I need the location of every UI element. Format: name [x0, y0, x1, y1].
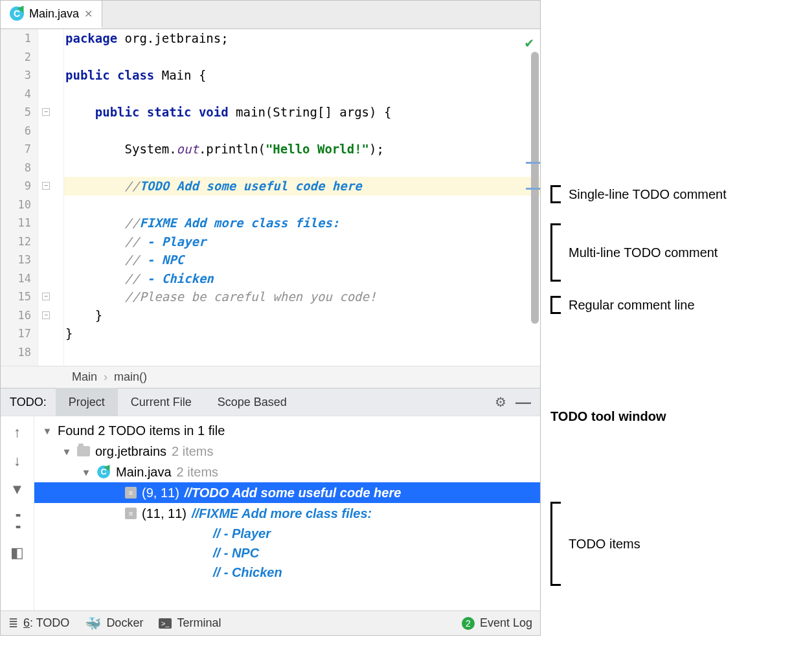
todo-tab-project[interactable]: Project — [56, 388, 118, 416]
code-line[interactable] — [64, 122, 540, 140]
breadcrumb-item[interactable]: main() — [114, 370, 147, 384]
group-icon[interactable]: ▪▪▪▪ — [16, 510, 19, 533]
java-class-icon: C — [10, 6, 24, 21]
todo-tree[interactable]: ▼ Found 2 TODO items in 1 file ▼ org.jet… — [34, 416, 540, 610]
preview-icon[interactable]: ◧ — [10, 544, 24, 561]
todo-package-row[interactable]: ▼ org.jetbrains 2 items — [34, 441, 540, 462]
tab-filename: Main.java — [29, 7, 79, 21]
close-icon[interactable]: ✕ — [84, 8, 93, 20]
event-log-button[interactable]: 2 Event Log — [462, 616, 532, 630]
line-number: 8 — [1, 159, 31, 177]
todo-tab-scope[interactable]: Scope Based — [205, 388, 300, 416]
minimize-icon[interactable]: — — [515, 393, 531, 411]
chevron-down-icon[interactable]: ▼ — [81, 467, 91, 478]
todo-toolbar: ↑ ↓ ▼ ▪▪▪▪ ◧ — [1, 416, 34, 610]
line-icon: ≡ — [125, 487, 137, 498]
line-number-gutter: 123456789101112131415161718 — [1, 29, 38, 366]
terminal-icon: >_ — [159, 618, 172, 629]
line-number: 7 — [1, 140, 31, 159]
fold-toggle-icon[interactable]: − — [42, 182, 50, 190]
line-number: 18 — [1, 343, 31, 362]
todo-item-extra: // - Player — [34, 524, 540, 543]
code-line[interactable] — [64, 48, 540, 67]
todo-item-extra: // - Chicken — [34, 563, 540, 582]
code-line[interactable]: //FIXME Add more class files: — [64, 214, 540, 232]
todo-item-row[interactable]: ≡ (11, 11) //FIXME Add more class files: — [34, 503, 540, 524]
line-number: 3 — [1, 66, 31, 85]
filter-icon[interactable]: ▼ — [10, 481, 25, 498]
code-area[interactable]: ✔ package org.jetbrains;public class Mai… — [64, 29, 540, 366]
list-icon: ≣ — [8, 616, 18, 631]
todo-coord: (9, 11) — [142, 486, 179, 500]
code-line[interactable]: public static void main(String[] args) { — [64, 103, 540, 122]
arrow-down-icon[interactable]: ↓ — [14, 453, 21, 469]
fold-toggle-icon[interactable]: − — [42, 293, 50, 300]
line-number: 6 — [1, 122, 31, 140]
todo-coord: (11, 11) — [142, 506, 187, 521]
code-line[interactable] — [64, 85, 540, 104]
todo-item-row[interactable]: ≡ (9, 11) //TODO Add some useful code he… — [34, 482, 540, 503]
code-line[interactable] — [64, 343, 540, 362]
notification-badge: 2 — [462, 617, 475, 630]
todo-text: //TODO Add some useful code here — [185, 486, 402, 500]
toolwindow-terminal-button[interactable]: >_ Terminal — [159, 616, 221, 630]
todo-marker[interactable] — [526, 188, 540, 190]
code-line[interactable]: //Please be careful when you code! — [64, 287, 540, 306]
code-line[interactable] — [64, 159, 540, 177]
code-line[interactable]: // - NPC — [64, 251, 540, 269]
line-number: 10 — [1, 196, 31, 214]
toolwindow-docker-button[interactable]: 🐳 Docker — [85, 616, 143, 631]
fold-toggle-icon[interactable]: − — [42, 311, 50, 319]
todo-text: //FIXME Add more class files: — [192, 506, 372, 521]
docker-icon: 🐳 — [85, 616, 101, 631]
annotation-label: Single-line TODO comment — [569, 187, 727, 202]
annotation-label: TODO tool window — [550, 409, 666, 424]
code-line[interactable] — [64, 196, 540, 214]
code-line[interactable]: System.out.println("Hello World!"); — [64, 140, 540, 159]
gear-icon[interactable]: ⚙ — [495, 394, 506, 410]
line-number: 16 — [1, 306, 31, 325]
code-line[interactable]: } — [64, 324, 540, 343]
todo-tab-currentfile[interactable]: Current File — [118, 388, 205, 416]
status-bar: ≣ 6: TODO 🐳 Docker >_ Terminal 2 Event L… — [1, 610, 540, 635]
chevron-right-icon: › — [104, 370, 107, 384]
code-line[interactable]: // - Player — [64, 232, 540, 251]
item-count: 2 items — [172, 444, 213, 459]
line-number: 15 — [1, 287, 31, 306]
todo-marker[interactable] — [526, 162, 540, 164]
code-line[interactable]: // - Chicken — [64, 269, 540, 288]
todo-panel-body: ↑ ↓ ▼ ▪▪▪▪ ◧ ▼ Found 2 TODO items in 1 f… — [1, 416, 540, 610]
code-line[interactable]: //TODO Add some useful code here — [64, 177, 540, 196]
chevron-down-icon[interactable]: ▼ — [42, 425, 52, 436]
file-name: Main.java — [116, 465, 172, 480]
inspection-ok-icon: ✔ — [525, 34, 534, 50]
file-tab[interactable]: C Main.java ✕ — [1, 1, 102, 28]
code-line[interactable]: package org.jetbrains; — [64, 29, 540, 48]
toolwindow-todo-button[interactable]: ≣ 6: TODO — [8, 616, 69, 631]
line-number: 12 — [1, 232, 31, 251]
line-icon: ≡ — [125, 508, 137, 519]
line-number: 4 — [1, 85, 31, 104]
fold-column: −−−− — [38, 29, 64, 366]
todo-item-extra: // - NPC — [34, 543, 540, 563]
item-count: 2 items — [177, 465, 218, 480]
breadcrumb-item[interactable]: Main — [72, 370, 97, 384]
todo-panel-header: TODO: Project Current File Scope Based ⚙… — [1, 388, 540, 416]
todo-summary-row[interactable]: ▼ Found 2 TODO items in 1 file — [34, 420, 540, 441]
code-line[interactable]: } — [64, 306, 540, 325]
chevron-down-icon[interactable]: ▼ — [62, 446, 72, 457]
line-number: 1 — [1, 29, 31, 48]
ide-window: C Main.java ✕ 12345678910111213141516171… — [0, 0, 541, 636]
todo-file-row[interactable]: ▼ C Main.java 2 items — [34, 462, 540, 482]
todo-panel-title: TODO: — [10, 396, 47, 409]
arrow-up-icon[interactable]: ↑ — [14, 424, 21, 441]
package-name: org.jetbrains — [95, 444, 166, 459]
code-line[interactable]: public class Main { — [64, 66, 540, 85]
line-number: 14 — [1, 269, 31, 288]
line-number: 2 — [1, 48, 31, 67]
todo-summary: Found 2 TODO items in 1 file — [58, 423, 225, 438]
code-editor[interactable]: 123456789101112131415161718 −−−− ✔ packa… — [1, 29, 540, 366]
annotation-label: Regular comment line — [569, 298, 695, 313]
fold-toggle-icon[interactable]: − — [42, 108, 50, 116]
annotation-label: Multi-line TODO comment — [569, 245, 718, 260]
